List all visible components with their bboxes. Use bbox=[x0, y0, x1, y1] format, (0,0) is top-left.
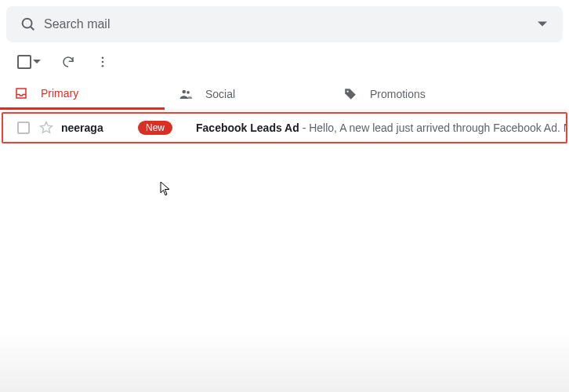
people-icon bbox=[179, 87, 193, 101]
svg-point-6 bbox=[187, 91, 190, 94]
tab-label: Promotions bbox=[370, 88, 426, 100]
email-row[interactable]: neeraga New Facebook Leads Ad - Hello, A… bbox=[2, 112, 567, 143]
svg-point-5 bbox=[183, 90, 187, 94]
svg-point-0 bbox=[23, 19, 32, 28]
svg-point-2 bbox=[102, 56, 104, 59]
search-bar[interactable] bbox=[6, 6, 563, 42]
email-subject: Facebook Leads Ad bbox=[196, 122, 299, 134]
mouse-cursor-icon bbox=[160, 181, 171, 200]
email-sender: neeraga bbox=[61, 122, 138, 134]
search-input[interactable] bbox=[44, 17, 528, 31]
tag-icon bbox=[343, 87, 357, 101]
svg-point-7 bbox=[347, 91, 349, 93]
email-snippet-separator: - bbox=[299, 122, 309, 134]
refresh-button[interactable] bbox=[61, 55, 75, 69]
new-badge: New bbox=[138, 121, 172, 135]
more-button[interactable] bbox=[96, 55, 110, 69]
search-options-dropdown[interactable] bbox=[528, 20, 556, 29]
svg-line-1 bbox=[31, 27, 34, 30]
tab-label: Social bbox=[205, 88, 235, 100]
tab-promotions[interactable]: Promotions bbox=[329, 78, 494, 110]
tab-primary[interactable]: Primary bbox=[0, 78, 165, 110]
select-all[interactable] bbox=[17, 55, 41, 69]
search-icon bbox=[13, 16, 44, 33]
star-icon[interactable] bbox=[39, 121, 53, 135]
row-checkbox[interactable] bbox=[17, 122, 30, 134]
tab-social[interactable]: Social bbox=[165, 78, 329, 110]
toolbar bbox=[0, 47, 569, 78]
chevron-down-icon[interactable] bbox=[33, 58, 41, 66]
category-tabs: Primary Social Promotions bbox=[0, 78, 569, 111]
svg-point-3 bbox=[102, 61, 104, 64]
email-snippet: Hello, A new lead just arrived through F… bbox=[309, 122, 567, 134]
svg-point-4 bbox=[102, 65, 104, 67]
bottom-gradient bbox=[0, 329, 569, 392]
tab-label: Primary bbox=[41, 87, 78, 100]
inbox-icon bbox=[14, 86, 28, 100]
select-all-checkbox[interactable] bbox=[17, 55, 31, 69]
email-content: Facebook Leads Ad - Hello, A new lead ju… bbox=[196, 122, 567, 134]
